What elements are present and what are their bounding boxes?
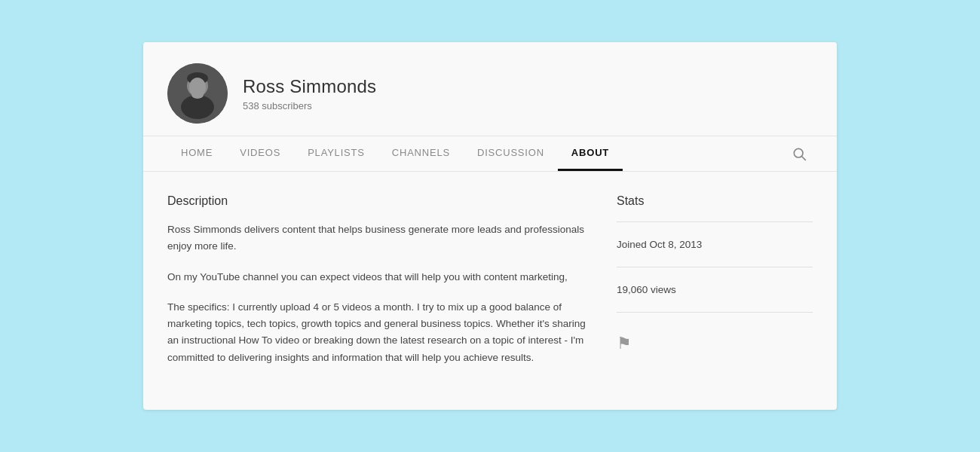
- nav-videos[interactable]: VIDEOS: [226, 136, 294, 171]
- search-button[interactable]: [786, 139, 813, 169]
- nav-channels[interactable]: CHANNELS: [378, 136, 464, 171]
- description-para-2: On my YouTube channel you can expect vid…: [167, 269, 586, 286]
- joined-date: Joined Oct 8, 2013: [617, 231, 813, 258]
- description-para-1: Ross Simmonds delivers content that help…: [167, 221, 586, 255]
- flag-icon[interactable]: ⚑: [617, 334, 632, 353]
- channel-name: Ross Simmonds: [243, 76, 376, 97]
- description-title: Description: [167, 194, 586, 208]
- description-para-3: The specifics: I currently upload 4 or 5…: [167, 299, 586, 366]
- channel-card: Ross Simmonds 538 subscribers HOME VIDEO…: [143, 42, 837, 410]
- stats-title: Stats: [617, 194, 813, 208]
- main-content: Description Ross Simmonds delivers conte…: [143, 172, 837, 410]
- description-section: Description Ross Simmonds delivers conte…: [167, 194, 586, 380]
- nav-home[interactable]: HOME: [167, 136, 226, 171]
- subscriber-count: 538 subscribers: [243, 100, 376, 111]
- nav-bar: HOME VIDEOS PLAYLISTS CHANNELS DISCUSSIO…: [143, 136, 837, 171]
- nav-discussion[interactable]: DISCUSSION: [464, 136, 558, 171]
- flag-item: ⚑: [617, 322, 813, 361]
- stats-divider-2: [617, 267, 813, 267]
- svg-point-5: [191, 91, 204, 99]
- stats-divider-3: [617, 312, 813, 313]
- svg-line-7: [802, 157, 806, 160]
- nav-about[interactable]: ABOUT: [558, 136, 623, 171]
- nav-playlists[interactable]: PLAYLISTS: [294, 136, 378, 171]
- avatar: [167, 63, 228, 124]
- search-icon: [792, 146, 807, 161]
- stats-divider-1: [617, 221, 813, 222]
- profile-header: Ross Simmonds 538 subscribers: [143, 42, 837, 136]
- stats-section: Stats Joined Oct 8, 2013 19,060 views ⚑: [617, 194, 813, 380]
- profile-info: Ross Simmonds 538 subscribers: [243, 76, 376, 111]
- view-count: 19,060 views: [617, 276, 813, 303]
